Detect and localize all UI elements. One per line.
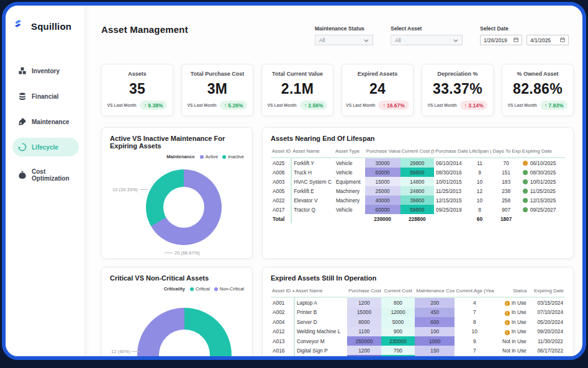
- table-row[interactable]: A025Forklift YVehicle300002980006/10/201…: [271, 158, 565, 168]
- column-header-lifespan-y-[interactable]: LifeSpan (Y): [468, 146, 492, 158]
- cost-optimization-icon: [18, 171, 27, 179]
- callout-line: [140, 189, 148, 190]
- table-cell: !In Use: [494, 327, 528, 337]
- table-row[interactable]: A002Printer B15000120004507!In Use07/10/…: [271, 308, 565, 318]
- maintenance-status-dropdown[interactable]: All: [315, 35, 373, 45]
- table-cell: 450: [415, 308, 455, 318]
- sidebar-item-maintenance[interactable]: Maintenance: [12, 112, 79, 131]
- table-row[interactable]: A008Truck HVehicle600005980008/30/201691…: [271, 168, 565, 177]
- table-cell: 228800: [400, 214, 435, 223]
- table-cell: 100: [415, 327, 455, 337]
- table-cell: 238: [491, 186, 520, 195]
- column-header-current-age-years-[interactable]: Current Age (Years): [455, 286, 494, 297]
- table-row[interactable]: A001Laptop A12008002004!In Use03/15/2024: [271, 297, 565, 308]
- table-cell: A022: [271, 195, 291, 205]
- table-cell: 29800: [400, 158, 435, 168]
- slice-label-active: 20 (66.67%): [165, 250, 200, 256]
- column-header-asset-name[interactable]: Asset Name: [291, 146, 334, 158]
- sidebar-item-label: Financial: [32, 93, 58, 100]
- sidebar-item-label: Lifecycle: [32, 144, 58, 151]
- table-cell: 700: [381, 346, 415, 355]
- calendar-icon[interactable]: [560, 37, 565, 43]
- table-cell: A016: [271, 346, 294, 355]
- sidebar-item-inventory[interactable]: Inventory: [12, 61, 79, 80]
- column-header-purchase-date[interactable]: Purchase Date: [434, 146, 468, 158]
- calendar-icon[interactable]: [513, 37, 518, 43]
- kpi-compare-label: VS Last Month: [268, 103, 297, 107]
- date-start-input[interactable]: 1/26/2019: [480, 35, 522, 45]
- kpi-card-expired-assets: Expired Assets24VS Last Month↑ 16.67%: [341, 64, 414, 116]
- column-header-expiring-date[interactable]: Expiring Date: [528, 286, 565, 297]
- column-header-maintenance-cost[interactable]: Maintenance Cost: [415, 286, 455, 297]
- kpi-title: Total Purchase Cost: [184, 71, 250, 77]
- table-cell: !: [494, 355, 528, 360]
- table-cell: 24800: [400, 186, 435, 195]
- kpi-value: 24: [345, 82, 410, 96]
- criticality-donut-chart[interactable]: [137, 308, 232, 360]
- table-row[interactable]: A017Tractor QVehicle600005980009/25/2019…: [271, 205, 565, 214]
- table-row[interactable]: A005Forklift EMachinery250002480011/25/2…: [271, 186, 565, 195]
- kpi-title: % Owned Asset: [505, 71, 571, 77]
- table-cell: 5000: [381, 317, 415, 327]
- kpi-delta-badge: ↑ 9.38%: [140, 101, 168, 110]
- table-cell: 8: [455, 317, 494, 327]
- maintenance-donut-chart[interactable]: [146, 169, 222, 245]
- column-header-asset-type[interactable]: Asset Type: [334, 146, 365, 158]
- table-cell: 40000: [365, 195, 400, 205]
- column-header-status[interactable]: Status: [494, 286, 528, 297]
- sidebar-item-lifecycle[interactable]: Lifecycle: [12, 138, 79, 156]
- table-cell: A008: [271, 168, 291, 177]
- legend-item-inactive[interactable]: Inactive: [222, 154, 244, 159]
- table-cell: Total: [271, 214, 291, 223]
- kpi-value: 82.86%: [505, 82, 571, 96]
- column-header-asset-id[interactable]: Asset ID▲: [271, 286, 294, 297]
- table-row[interactable]: A003HVAC System CEquipment150001480010/0…: [271, 177, 565, 186]
- status-dot-icon: [523, 207, 528, 212]
- table-cell: 600: [415, 317, 455, 327]
- column-header-purchase-value-[interactable]: Purchase Value ($): [365, 146, 400, 158]
- table-row[interactable]: A016Digital Sign P12007001507Not in Use0…: [271, 346, 565, 355]
- legend-item-non-critical[interactable]: Non-Critical: [214, 286, 244, 292]
- chart-legend: Criticality CriticalNon-Critical: [110, 286, 244, 292]
- column-header-purchase-cost[interactable]: Purchase Cost: [347, 286, 381, 297]
- table-row[interactable]: A013Conveyor M25000023000010009Not in Us…: [271, 336, 565, 346]
- column-header-expiring-date[interactable]: Expiring Date: [521, 146, 565, 158]
- column-header-current-cost[interactable]: Current Cost: [381, 286, 415, 297]
- sidebar-item-financial[interactable]: Financial: [12, 87, 79, 105]
- table-cell: 08/30/2025: [521, 168, 565, 177]
- table-cell: [334, 214, 365, 223]
- lifespan-table: Asset IDAsset NameAsset TypePurchase Val…: [271, 146, 565, 223]
- table-cell: 1807: [491, 214, 520, 223]
- table-cell: A012: [271, 327, 294, 337]
- warning-icon: !: [505, 301, 510, 306]
- table-row[interactable]: A022Elevator VMachinery400003980012/15/2…: [271, 195, 565, 205]
- legend-item-active[interactable]: Active: [200, 154, 218, 159]
- table-cell: 08/30/2016: [434, 168, 468, 177]
- filter-select-date: Select Date 1/26/2019 4/1/2025: [480, 25, 569, 45]
- kpi-title: Assets: [104, 71, 170, 77]
- table-cell: Welding Machine L: [294, 327, 347, 337]
- table-row[interactable]: A012Welding Machine L110090010010!In Use…: [271, 327, 565, 337]
- filter-maintenance-status: Maintenance Status All: [315, 25, 373, 45]
- sidebar-item-cost-optimization[interactable]: Cost Optimization: [12, 163, 79, 187]
- main-content: Asset Management Maintenance Status All …: [85, 6, 582, 356]
- kpi-delta-badge: ↑ 5.26%: [220, 101, 248, 110]
- column-header-asset-name[interactable]: Asset Name: [294, 286, 347, 297]
- table-cell: 25000: [365, 186, 400, 195]
- column-header-current-cost-[interactable]: Current Cost ($): [400, 146, 435, 158]
- legend-item-critical[interactable]: Critical: [190, 286, 210, 292]
- select-asset-dropdown[interactable]: All: [391, 35, 463, 45]
- table-row[interactable]: A004Server D800050006008!In Use05/20/202…: [271, 317, 565, 327]
- column-header-asset-id[interactable]: Asset ID: [271, 146, 291, 158]
- column-header-days-to-expire[interactable]: Days To Expire▲: [491, 146, 520, 158]
- table-cell: 9: [455, 336, 494, 346]
- table-cell: 06/10/2025: [521, 158, 565, 168]
- table-cell: Forklift Y: [291, 158, 334, 168]
- table-cell: [434, 214, 468, 223]
- table-title: Assets Nearing End Of Lifespan: [271, 135, 565, 142]
- table-cell: 14800: [400, 177, 435, 186]
- dashboard-window: Squillion InventoryFinancialMaintenanceL…: [2, 2, 586, 360]
- date-end-input[interactable]: 4/1/2025: [527, 35, 569, 45]
- kpi-delta-badge: ↑ 2.56%: [300, 101, 328, 110]
- table-cell: A005: [271, 186, 291, 195]
